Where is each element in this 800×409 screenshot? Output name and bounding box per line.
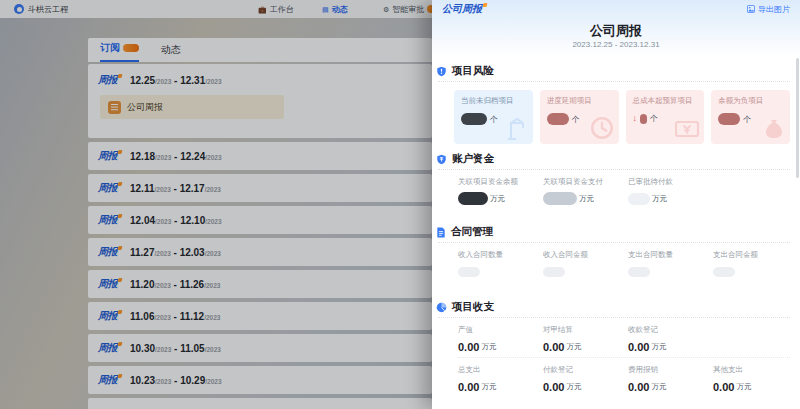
- section-title: 项目风险: [452, 64, 494, 78]
- redacted-value: [628, 267, 650, 277]
- weekly-report-tag: 周报: [98, 309, 122, 323]
- image-icon: [747, 5, 755, 13]
- stat-expense-reimbursement: 费用报销 0.00万元: [628, 365, 713, 393]
- tab-subscribed[interactable]: 订阅: [100, 41, 139, 62]
- weekly-report-tag: 周报: [98, 373, 122, 387]
- weekly-report-tag: 周报: [98, 149, 122, 163]
- tag-accent: [118, 182, 123, 186]
- redacted-value: [628, 193, 650, 205]
- stat-other-expense: 其他支出 0.00万元: [713, 365, 798, 393]
- report-item[interactable]: 周报 10.30/2023 - 11.05/2023: [88, 334, 432, 362]
- stat-party-a-settlement: 对甲结算 0.00万元: [543, 325, 628, 353]
- section-project-balance: 项目收支 产值 0.00万元 对甲结算 0.00万元 收款登记 0.00万元: [436, 299, 792, 407]
- stat-income-contract-count: 收入合同数量: [458, 250, 543, 278]
- report-list: 周报 12.25/2023 - 12.31/2023 公司周报 周报 12.18…: [88, 64, 432, 409]
- feed-icon: ▤: [322, 6, 329, 13]
- drawer-logo: 公司周报: [442, 2, 487, 16]
- redacted-value: [461, 113, 487, 125]
- weekly-report-tag: 周报: [98, 277, 122, 291]
- tag-accent: [118, 74, 123, 78]
- report-date-range: 12.25/2023 - 12.31/2023: [130, 75, 222, 86]
- tag-accent: [118, 310, 123, 314]
- risk-card-unarchived: 当前未归档项目 个: [454, 90, 533, 144]
- weekly-report-tag: 周报: [98, 245, 122, 259]
- report-item[interactable]: 周报 11.20/2023 - 11.26/2023: [88, 270, 432, 298]
- banknote-icon: [674, 117, 700, 141]
- stat-payment-registration: 付款登记 0.00万元: [543, 365, 628, 393]
- tag-accent: [118, 374, 123, 378]
- feed-panel: 订阅 动态 周报 12.25/2023 - 12.31/2023 公司周报 周报: [88, 38, 432, 409]
- export-image-button[interactable]: 导出图片: [747, 4, 790, 15]
- nav-item-feed[interactable]: ▤ 动态: [322, 0, 348, 18]
- stat-fund-balance: 关联项目资金余额 万元: [458, 177, 543, 205]
- subscribed-badge: [123, 44, 139, 52]
- report-item[interactable]: 周报 10.23/2023 - 10.29/2023: [88, 366, 432, 394]
- report-title: 公司周报: [432, 22, 800, 40]
- weekly-report-tag: 周报: [98, 73, 122, 87]
- section-title: 账户资金: [452, 152, 494, 166]
- redacted-value: [458, 192, 488, 205]
- tag-accent: [118, 150, 123, 154]
- feed-tabbar: 订阅 动态: [88, 38, 432, 62]
- risk-card-delayed: 进度延期项目 个: [540, 90, 619, 144]
- stat-receipt-registration: 收款登记 0.00万元: [628, 325, 713, 353]
- report-date-range: 2023.12.25 - 2023.12.31: [432, 40, 800, 49]
- stat-income-contract-amount: 收入合同金额: [543, 250, 628, 278]
- contract-file-icon: [436, 227, 446, 238]
- report-item[interactable]: 周报 11.27/2023 - 12.03/2023: [88, 238, 432, 266]
- stat-approved-pending: 已审批待付款 万元: [628, 177, 713, 205]
- app-brand[interactable]: 斗栱云工程: [14, 4, 68, 15]
- section-title: 项目收支: [452, 300, 494, 314]
- weekly-report-drawer: 公司周报 导出图片 公司周报 2023.12.25 - 2023.12.31 项…: [432, 0, 800, 409]
- report-body: 项目风险 当前未归档项目 个 进度延期项目 个 总成本超预算项目 ↓个: [432, 56, 800, 409]
- down-arrow: ↓: [633, 114, 638, 123]
- clock-icon: [589, 115, 615, 141]
- redacted-value: [543, 267, 565, 277]
- stat-output-value: 产值 0.00万元: [458, 325, 543, 353]
- tag-accent: [118, 342, 123, 346]
- section-account-funds: 账户资金 关联项目资金余额 万元 关联项目资金支付 万元 已审批待付款 万元: [436, 151, 792, 217]
- redacted-value: [640, 114, 647, 124]
- drawer-scrollbar[interactable]: [796, 58, 799, 178]
- report-item[interactable]: 周报 12.18/2023 - 12.24/2023: [88, 142, 432, 170]
- app-name: 斗栱云工程: [28, 4, 68, 15]
- weekly-report-tag: 周报: [98, 341, 122, 355]
- report-item-expanded[interactable]: 周报 12.25/2023 - 12.31/2023 公司周报: [88, 64, 432, 138]
- section-title: 合同管理: [451, 225, 493, 239]
- redacted-value: [718, 113, 740, 125]
- nav-item-workbench[interactable]: 💼 工作台: [258, 0, 294, 18]
- risk-card-negative-balance: 余额为负项目 个: [711, 90, 790, 144]
- section-contracts: 合同管理 收入合同数量 收入合同金额 支出合同数量 支出合同金额: [436, 224, 792, 292]
- app-logo-icon: [14, 4, 24, 14]
- redacted-value: [713, 267, 735, 277]
- logo-accent: [483, 3, 488, 7]
- tab-activity[interactable]: 动态: [161, 43, 181, 62]
- tag-accent: [118, 278, 123, 282]
- report-item[interactable]: 周报 11.06/2023 - 11.12/2023: [88, 302, 432, 330]
- pie-chart-icon: [436, 302, 447, 313]
- redacted-value: [547, 113, 569, 125]
- stat-expense-contract-count: 支出合同数量: [628, 250, 713, 278]
- document-icon: [108, 101, 121, 114]
- tag-accent: [118, 246, 123, 250]
- report-item-clipped[interactable]: [88, 398, 432, 409]
- stat-expense-contract-amount: 支出合同金额: [713, 250, 798, 278]
- company-weekly-report-link[interactable]: 公司周报: [100, 95, 284, 119]
- redacted-value: [543, 192, 577, 205]
- weekly-report-tag: 周报: [98, 181, 122, 195]
- shield-alert-icon: [436, 66, 447, 77]
- redacted-value: [458, 267, 480, 277]
- report-item[interactable]: 周报 12.04/2023 - 12.10/2023: [88, 206, 432, 234]
- weekly-report-tag: 周报: [98, 213, 122, 227]
- stat-total-expense: 总支出 0.00万元: [458, 365, 543, 393]
- money-bag-icon: [762, 117, 786, 141]
- briefcase-icon: 💼: [258, 6, 267, 13]
- risk-card-over-budget: 总成本超预算项目 ↓个: [626, 90, 705, 144]
- shield-money-icon: [436, 154, 447, 165]
- stat-fund-payment: 关联项目资金支付 万元: [543, 177, 628, 205]
- tag-accent: [118, 214, 123, 218]
- report-item[interactable]: 周报 12.11/2023 - 12.17/2023: [88, 174, 432, 202]
- robot-icon: ⚙: [383, 6, 389, 13]
- section-project-risk: 项目风险 当前未归档项目 个 进度延期项目 个 总成本超预算项目 ↓个: [436, 63, 792, 144]
- tower-crane-icon: [505, 117, 529, 141]
